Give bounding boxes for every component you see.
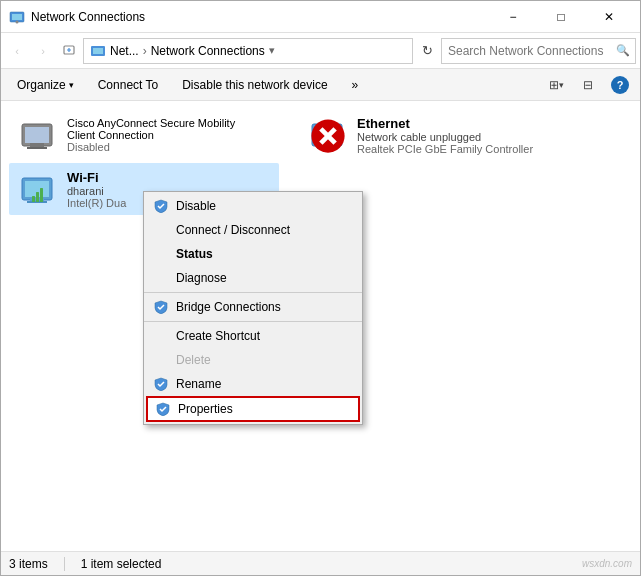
svg-rect-8 bbox=[30, 143, 44, 147]
minimize-button[interactable]: − bbox=[490, 3, 536, 31]
search-input[interactable] bbox=[441, 38, 636, 64]
more-button[interactable]: » bbox=[342, 73, 369, 97]
ethernet-info: Ethernet Network cable unplugged Realtek… bbox=[357, 116, 533, 155]
search-icon: 🔍 bbox=[616, 44, 630, 57]
ctx-rename-label: Rename bbox=[176, 377, 221, 391]
svg-rect-9 bbox=[27, 147, 47, 149]
ctx-sep-2 bbox=[144, 321, 362, 322]
breadcrumb-net: Net... bbox=[110, 44, 139, 58]
cisco-icon bbox=[17, 115, 57, 155]
items-count: 3 items bbox=[9, 557, 48, 571]
ctx-connect-label: Connect / Disconnect bbox=[176, 223, 290, 237]
shield-icon-properties bbox=[156, 402, 170, 416]
ethernet-icon-container bbox=[307, 115, 347, 155]
cisco-vpn-item[interactable]: Cisco AnyConnect Secure MobilityClient C… bbox=[9, 109, 279, 161]
ctx-disable[interactable]: Disable bbox=[144, 194, 362, 218]
wifi-info: Wi-Fi dharani Intel(R) Dua bbox=[67, 170, 126, 209]
wifi-user: dharani bbox=[67, 185, 126, 197]
ctx-properties[interactable]: Properties bbox=[146, 396, 360, 422]
ctx-diagnose-label: Diagnose bbox=[176, 271, 227, 285]
disable-button[interactable]: Disable this network device bbox=[172, 73, 337, 97]
svg-rect-15 bbox=[36, 192, 39, 202]
maximize-button[interactable]: □ bbox=[538, 3, 584, 31]
status-separator bbox=[64, 557, 65, 571]
pane-button[interactable]: ⊟ bbox=[574, 73, 602, 97]
ctx-bridge[interactable]: Bridge Connections bbox=[144, 295, 362, 319]
window-icon bbox=[9, 9, 25, 25]
ethernet-adapter: Realtek PCIe GbE Family Controller bbox=[357, 143, 533, 155]
organize-button[interactable]: Organize ▾ bbox=[7, 73, 84, 97]
main-window: Network Connections − □ ✕ ‹ › Net... › N… bbox=[0, 0, 641, 576]
ctx-status[interactable]: Status bbox=[144, 242, 362, 266]
search-wrapper: 🔍 bbox=[441, 38, 636, 64]
breadcrumb[interactable]: Net... › Network Connections ▾ bbox=[83, 38, 413, 64]
ctx-disable-label: Disable bbox=[176, 199, 216, 213]
wifi-adapter: Intel(R) Dua bbox=[67, 197, 126, 209]
up-button[interactable] bbox=[57, 39, 81, 63]
breadcrumb-separator: › bbox=[143, 44, 147, 58]
status-bar: 3 items 1 item selected wsxdn.com bbox=[1, 551, 640, 575]
selected-count: 1 item selected bbox=[81, 557, 162, 571]
back-button[interactable]: ‹ bbox=[5, 39, 29, 63]
breadcrumb-arrow[interactable]: ▾ bbox=[269, 44, 275, 57]
breadcrumb-current: Network Connections bbox=[151, 44, 265, 58]
cisco-info: Cisco AnyConnect Secure MobilityClient C… bbox=[67, 117, 235, 153]
svg-rect-5 bbox=[93, 48, 103, 54]
cisco-status: Disabled bbox=[67, 141, 235, 153]
watermark: wsxdn.com bbox=[582, 558, 632, 569]
ctx-delete: Delete bbox=[144, 348, 362, 372]
connect-to-button[interactable]: Connect To bbox=[88, 73, 169, 97]
close-button[interactable]: ✕ bbox=[586, 3, 632, 31]
context-menu: Disable Connect / Disconnect Status Diag… bbox=[143, 191, 363, 425]
svg-rect-16 bbox=[40, 188, 43, 202]
shield-icon-rename bbox=[154, 377, 168, 391]
svg-rect-7 bbox=[25, 127, 49, 143]
window-controls: − □ ✕ bbox=[490, 3, 632, 31]
title-bar: Network Connections − □ ✕ bbox=[1, 1, 640, 33]
wifi-name: Wi-Fi bbox=[67, 170, 126, 185]
ethernet-name: Ethernet bbox=[357, 116, 533, 131]
content-area: Cisco AnyConnect Secure MobilityClient C… bbox=[1, 101, 640, 551]
toolbar-right: ⊞ ▾ ⊟ ? bbox=[542, 73, 634, 97]
ctx-shortcut[interactable]: Create Shortcut bbox=[144, 324, 362, 348]
ctx-diagnose[interactable]: Diagnose bbox=[144, 266, 362, 290]
view-button[interactable]: ⊞ ▾ bbox=[542, 73, 570, 97]
ethernet-item[interactable]: Ethernet Network cable unplugged Realtek… bbox=[299, 109, 541, 161]
refresh-button[interactable]: ↻ bbox=[415, 39, 439, 63]
ctx-delete-label: Delete bbox=[176, 353, 211, 367]
svg-rect-14 bbox=[32, 196, 35, 202]
ctx-properties-label: Properties bbox=[178, 402, 233, 416]
svg-point-2 bbox=[16, 20, 19, 23]
ctx-connect[interactable]: Connect / Disconnect bbox=[144, 218, 362, 242]
address-bar: ‹ › Net... › Network Connections ▾ ↻ 🔍 bbox=[1, 33, 640, 69]
ctx-bridge-label: Bridge Connections bbox=[176, 300, 281, 314]
help-button[interactable]: ? bbox=[606, 73, 634, 97]
ctx-rename[interactable]: Rename bbox=[144, 372, 362, 396]
svg-rect-1 bbox=[12, 14, 22, 20]
shield-icon-disable bbox=[154, 199, 168, 213]
forward-button[interactable]: › bbox=[31, 39, 55, 63]
ctx-status-label: Status bbox=[176, 247, 213, 261]
window-title: Network Connections bbox=[31, 10, 490, 24]
wifi-icon-container bbox=[17, 169, 57, 209]
ethernet-status1: Network cable unplugged bbox=[357, 131, 533, 143]
ctx-sep-1 bbox=[144, 292, 362, 293]
ctx-shortcut-label: Create Shortcut bbox=[176, 329, 260, 343]
toolbar: Organize ▾ Connect To Disable this netwo… bbox=[1, 69, 640, 101]
shield-icon-bridge bbox=[154, 300, 168, 314]
cisco-name: Cisco AnyConnect Secure MobilityClient C… bbox=[67, 117, 235, 141]
